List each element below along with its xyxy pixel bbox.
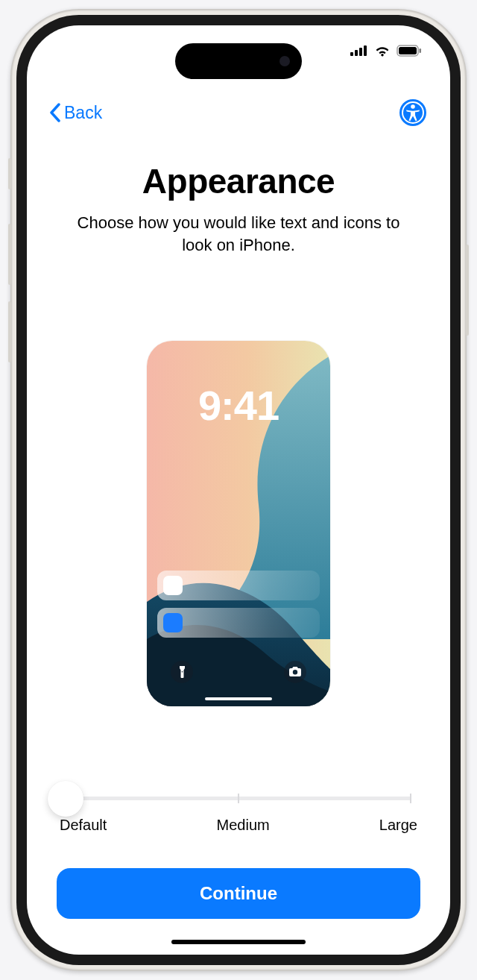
camera-button (284, 661, 306, 683)
slider-tick (238, 794, 239, 803)
device-bezel: Back Appearance Choose how (16, 15, 461, 965)
page-subtitle: Choose how you would like text and icons… (64, 212, 413, 256)
svg-rect-2 (359, 48, 362, 56)
flashlight-button (171, 661, 193, 683)
continue-button[interactable]: Continue (57, 868, 420, 919)
device-frame: Back Appearance Choose how (10, 9, 467, 971)
app-icon (163, 613, 183, 632)
battery-icon (397, 45, 422, 57)
preview-home-indicator (205, 697, 272, 700)
slider-labels: Default Medium Large (60, 817, 417, 834)
preview-container: 9:41 (27, 263, 450, 761)
svg-rect-5 (399, 47, 417, 54)
accessibility-button[interactable] (398, 98, 428, 128)
slider-label-default: Default (60, 817, 107, 834)
notification-stack (157, 571, 320, 638)
back-label: Back (64, 103, 102, 123)
cellular-icon (350, 45, 368, 56)
flashlight-icon (178, 666, 186, 678)
svg-rect-1 (355, 50, 358, 56)
page-title: Appearance (64, 161, 413, 201)
wifi-icon (374, 45, 391, 57)
svg-point-10 (411, 104, 415, 109)
slider-thumb[interactable] (48, 781, 83, 817)
slider-tick (410, 794, 411, 803)
status-bar (350, 45, 422, 57)
continue-label: Continue (200, 883, 277, 904)
notification-item (157, 571, 320, 600)
volume-down-button (8, 301, 11, 362)
screen: Back Appearance Choose how (27, 25, 450, 955)
dynamic-island (175, 43, 302, 79)
lockscreen-preview: 9:41 (147, 341, 330, 706)
preview-time: 9:41 (147, 381, 330, 430)
camera-icon (289, 667, 301, 676)
content: Back Appearance Choose how (27, 25, 450, 955)
back-button[interactable]: Back (49, 103, 102, 123)
notification-item (157, 608, 320, 638)
volume-up-button (8, 224, 11, 285)
power-button (466, 245, 469, 336)
slider-label-medium: Medium (217, 817, 270, 834)
silence-switch (8, 158, 11, 189)
size-slider[interactable] (66, 797, 411, 800)
nav-bar: Back (27, 94, 450, 131)
app-icon (163, 576, 183, 595)
size-slider-section: Default Medium Large (27, 761, 450, 834)
home-indicator[interactable] (171, 940, 306, 944)
accessibility-icon (398, 98, 428, 128)
chevron-left-icon (49, 103, 61, 122)
header: Appearance Choose how you would like tex… (27, 131, 450, 263)
svg-rect-3 (364, 45, 367, 56)
slider-label-large: Large (379, 817, 417, 834)
svg-rect-6 (420, 48, 422, 53)
svg-rect-0 (350, 52, 353, 56)
